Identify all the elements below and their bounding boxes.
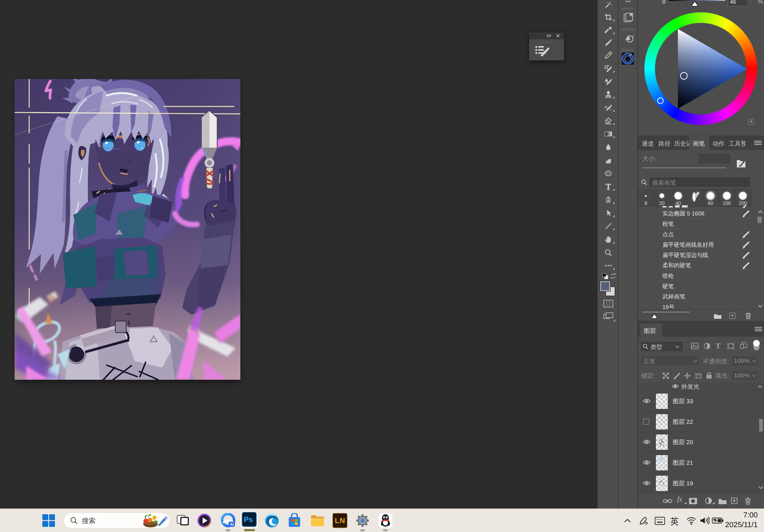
svg-text:AI: AI	[230, 522, 234, 527]
svg-text:9: 9	[645, 201, 647, 206]
